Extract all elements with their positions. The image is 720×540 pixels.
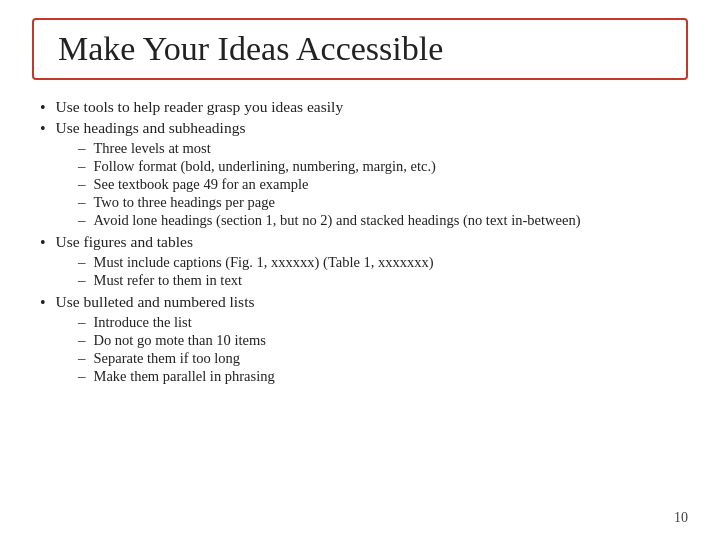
bullet-dot-4: • [40,294,46,312]
sub-item-4-1: – Do not go mote than 10 items [78,332,688,349]
sub-list-2: – Three levels at most – Follow format (… [78,140,688,229]
bullet-item-4: • Use bulleted and numbered lists [40,293,688,312]
dash-4-1: – [78,332,86,349]
sub-item-2-1: – Follow format (bold, underlining, numb… [78,158,688,175]
sub-text-2-2: See textbook page 49 for an example [94,176,309,193]
sub-item-4-2: – Separate them if too long [78,350,688,367]
sub-text-2-1: Follow format (bold, underlining, number… [94,158,436,175]
sub-item-3-0: – Must include captions (Fig. 1, xxxxxx)… [78,254,688,271]
bullet-item-2: • Use headings and subheadings [40,119,688,138]
title-box: Make Your Ideas Accessible [32,18,688,80]
bullet-text-4: Use bulleted and numbered lists [56,293,255,311]
slide-title: Make Your Ideas Accessible [58,30,443,67]
bullet-dot-3: • [40,234,46,252]
dash-2-0: – [78,140,86,157]
sub-text-2-0: Three levels at most [94,140,211,157]
sub-item-2-2: – See textbook page 49 for an example [78,176,688,193]
bullet-text-1: Use tools to help reader grasp you ideas… [56,98,344,116]
sub-text-2-4: Avoid lone headings (section 1, but no 2… [94,212,581,229]
sub-item-2-3: – Two to three headings per page [78,194,688,211]
bullet-dot-2: • [40,120,46,138]
sub-text-4-2: Separate them if too long [94,350,241,367]
dash-2-3: – [78,194,86,211]
bullet-item-3: • Use figures and tables [40,233,688,252]
sub-text-4-1: Do not go mote than 10 items [94,332,266,349]
content-area: • Use tools to help reader grasp you ide… [32,98,688,385]
dash-2-2: – [78,176,86,193]
dash-4-0: – [78,314,86,331]
sub-list-3: – Must include captions (Fig. 1, xxxxxx)… [78,254,688,289]
dash-4-3: – [78,368,86,385]
sub-item-4-0: – Introduce the list [78,314,688,331]
slide: Make Your Ideas Accessible • Use tools t… [0,0,720,540]
bullet-text-3: Use figures and tables [56,233,193,251]
page-number: 10 [674,510,688,526]
sub-item-2-0: – Three levels at most [78,140,688,157]
bullet-item-1: • Use tools to help reader grasp you ide… [40,98,688,117]
dash-3-1: – [78,272,86,289]
sub-text-3-0: Must include captions (Fig. 1, xxxxxx) (… [94,254,434,271]
sub-list-4: – Introduce the list – Do not go mote th… [78,314,688,385]
sub-text-4-0: Introduce the list [94,314,192,331]
sub-text-4-3: Make them parallel in phrasing [94,368,275,385]
bullet-text-2: Use headings and subheadings [56,119,246,137]
bullet-dot-1: • [40,99,46,117]
sub-item-3-1: – Must refer to them in text [78,272,688,289]
sub-text-3-1: Must refer to them in text [94,272,243,289]
sub-text-2-3: Two to three headings per page [94,194,275,211]
dash-2-1: – [78,158,86,175]
sub-item-2-4: – Avoid lone headings (section 1, but no… [78,212,688,229]
dash-2-4: – [78,212,86,229]
dash-3-0: – [78,254,86,271]
dash-4-2: – [78,350,86,367]
sub-item-4-3: – Make them parallel in phrasing [78,368,688,385]
